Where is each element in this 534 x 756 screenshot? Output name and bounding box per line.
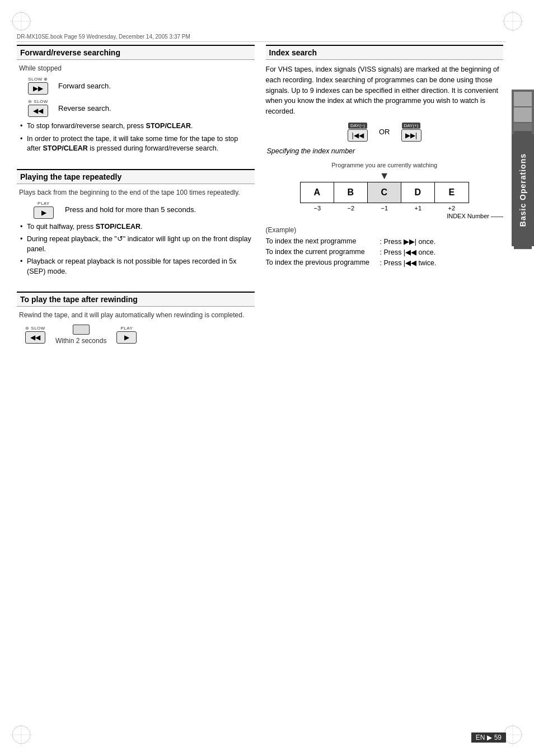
right-column: Index search For VHS tapes, index signal… <box>266 45 504 722</box>
example-key-1: To index the next programme <box>266 237 378 246</box>
specifying-label: Specifying the index number <box>266 147 504 155</box>
example-val-2: : Press |◀◀ once. <box>380 248 436 256</box>
page-container: DR-MX10SE.book Page 59 Wednesday, Decemb… <box>0 0 534 756</box>
num-minus2: −2 <box>334 205 368 212</box>
diagram-box-c: C <box>368 182 401 203</box>
section-forward-reverse: Forward/reverse searching While stopped … <box>17 45 255 157</box>
num-minus1: −1 <box>368 205 401 212</box>
bullet-protect-tape: In order to protect the tape, it will ta… <box>19 134 252 154</box>
index-number-label-row: INDEX Number —— <box>447 213 503 219</box>
sidebar-tab-2 <box>514 107 532 122</box>
index-diagram: Programme you are currently watching ▼ A… <box>266 162 504 219</box>
forward-reverse-bullets: To stop forward/reverse search, press ST… <box>17 121 255 154</box>
forward-search-btn: SLOW ⊕ ▶▶ <box>28 77 48 95</box>
example-val-1: : Press ▶▶| once. <box>380 237 436 246</box>
diagram-boxes: A B C D E <box>300 182 469 203</box>
sidebar-label-container: Basic Operations <box>512 134 534 246</box>
subtitle-while-stopped: While stopped <box>17 64 255 72</box>
example-key-2: To index the current programme <box>266 248 378 256</box>
corner-decoration-tl <box>10 10 32 32</box>
day-minus-icon: |◀◀ <box>352 132 363 139</box>
diagram-box-a: A <box>301 182 334 203</box>
day-minus-btn: DAY(−) |◀◀ <box>348 123 368 142</box>
repeat-btn-row: PLAY ▶ Press and hold for more than 5 se… <box>17 201 255 219</box>
example-val-3: : Press |◀◀ twice. <box>380 259 437 267</box>
section-playing-repeatedly: Playing the tape repeatedly Plays back f… <box>17 169 255 280</box>
rewind-diagram: ⊖ SLOW ◀◀ Within 2 seconds PLAY ▶ <box>17 325 255 345</box>
diagram-numbers-row: −3 −2 −1 +1 +2 <box>301 205 469 212</box>
repeat-play-btn: PLAY ▶ <box>34 201 54 219</box>
section-title-repeat: Playing the tape repeatedly <box>17 169 255 184</box>
example-row-2: To index the current programme : Press |… <box>266 248 504 256</box>
diagram-arrow: ▼ <box>380 171 390 181</box>
corner-decoration-bl <box>10 724 32 746</box>
play-after-rewind-btn: PLAY ▶ <box>116 326 137 344</box>
example-row-3: To index the previous programme : Press … <box>266 259 504 267</box>
bullet-repeat-indicator: During repeat playback, the "↺" indicato… <box>19 234 252 254</box>
index-number-label: INDEX Number —— <box>447 213 503 219</box>
diagram-top-label: Programme you are currently watching <box>331 162 437 168</box>
example-row-1: To index the next programme : Press ▶▶| … <box>266 237 504 246</box>
reverse-search-btn: ⊖ SLOW ◀◀ <box>28 99 48 117</box>
left-column: Forward/reverse searching While stopped … <box>17 45 255 722</box>
example-key-3: To index the previous programme <box>266 259 378 267</box>
num-minus3: −3 <box>301 205 334 212</box>
bullet-quit-halfway: To quit halfway, press STOP/CLEAR. <box>19 222 252 232</box>
reverse-icon: ◀◀ <box>33 107 43 115</box>
content-area: Forward/reverse searching While stopped … <box>17 45 503 722</box>
description-repeat: Plays back from the beginning to the end… <box>17 189 255 196</box>
section-title-index: Index search <box>266 45 504 60</box>
forward-icon: ▶▶ <box>33 84 43 92</box>
bullet-sep-mode: Playback or repeat playback is not possi… <box>19 257 252 276</box>
example-label: (Example) <box>266 226 504 234</box>
num-plus2: +2 <box>435 205 469 212</box>
num-plus1: +1 <box>401 205 435 212</box>
page-header: DR-MX10SE.book Page 59 Wednesday, Decemb… <box>17 34 506 42</box>
reverse-search-row: ⊖ SLOW ◀◀ Reverse search. <box>17 99 255 117</box>
section-index-search: Index search For VHS tapes, index signal… <box>266 45 504 269</box>
flow-box <box>73 325 90 335</box>
diagram-box-b: B <box>334 182 368 203</box>
day-plus-icon: ▶▶| <box>405 132 417 139</box>
example-section: (Example) To index the next programme : … <box>266 226 504 267</box>
page-number-badge: EN ▶ 59 <box>471 732 506 743</box>
repeat-bullets: To quit halfway, press STOP/CLEAR. Durin… <box>17 222 255 277</box>
description-rewind: Rewind the tape, and it will play automa… <box>17 311 255 319</box>
section-title-forward-reverse: Forward/reverse searching <box>17 45 255 60</box>
play-icon-2: ▶ <box>124 334 129 341</box>
section-play-after-rewind: To play the tape after rewinding Rewind … <box>17 292 255 350</box>
forward-search-row: SLOW ⊕ ▶▶ Forward search. <box>17 77 255 95</box>
diagram-box-d: D <box>401 182 435 203</box>
rewind-icon: ◀◀ <box>30 334 40 341</box>
day-plus-btn: DAY(+) ▶▶| <box>401 123 421 142</box>
index-description: For VHS tapes, index signals (VISS signa… <box>266 64 504 117</box>
rewind-btn: ⊖ SLOW ◀◀ <box>25 326 45 344</box>
play-icon: ▶ <box>41 209 46 217</box>
bullet-stop-clear: To stop forward/reverse search, press ST… <box>19 121 252 132</box>
sidebar-tab-1 <box>514 92 532 106</box>
section-title-rewind: To play the tape after rewinding <box>17 292 255 307</box>
corner-decoration-tr <box>502 10 524 32</box>
flow-separator: Within 2 seconds <box>55 325 106 345</box>
day-buttons-row: DAY(−) |◀◀ OR DAY(+) ▶▶| <box>266 123 504 142</box>
diagram-box-e: E <box>435 182 469 203</box>
